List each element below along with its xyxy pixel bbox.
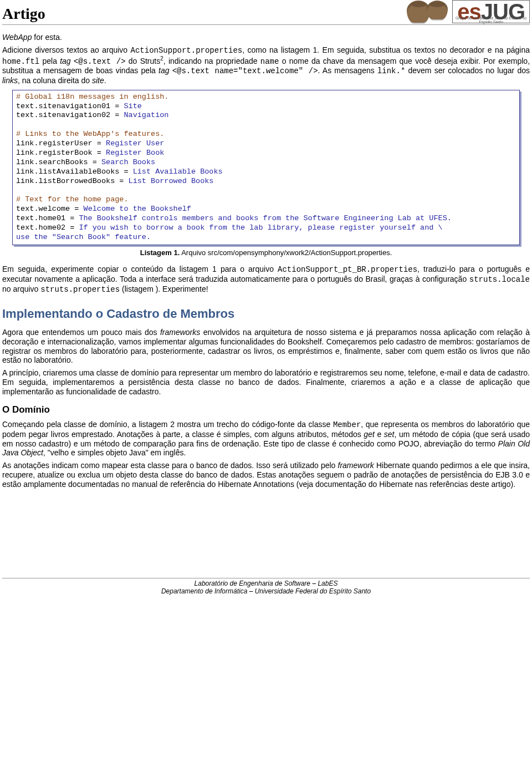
t: Agora que entendemos um pouco mais dos	[2, 328, 160, 337]
ital-framework: framework	[338, 461, 374, 470]
t: As anotações indicam como mapear esta cl…	[2, 461, 338, 470]
intro-fragment: WebApp for esta.	[2, 33, 530, 42]
code-val: Register Book	[106, 149, 164, 157]
after-listing-paragraph: Em seguida, experimente copiar o conteúd…	[2, 265, 530, 294]
t: , como na listagem 1. Em seguida, substi…	[242, 45, 530, 54]
ital-tag2: tag	[158, 66, 169, 75]
t: , na coluna direita do	[18, 76, 92, 85]
intro-foresta: for esta.	[32, 33, 62, 42]
code-key: text.welcome =	[16, 205, 84, 213]
code-comment: # Links to the WebApp's features.	[16, 130, 164, 138]
section1-p1: Agora que entendemos um pouco mais dos f…	[2, 328, 530, 365]
t: Adicione diversos textos ao arquivo	[2, 45, 131, 54]
intro-paragraph: Adicione diversos textos ao arquivo Acti…	[2, 45, 530, 85]
t: Em seguida, experimente copiar o conteúd…	[2, 265, 278, 273]
code-val: Welcome to the Bookshelf	[84, 205, 191, 213]
section2-p2: As anotações indicam como mapear esta cl…	[2, 461, 530, 489]
t: . As mensagens	[318, 66, 377, 75]
code-name: name	[260, 57, 279, 65]
caption-rest: Arquivo src/com/opensymphony/xwork2/Acti…	[180, 248, 392, 257]
code-key: text.home02 =	[16, 224, 79, 232]
ital-links: links	[2, 76, 18, 85]
page-header: Artigo esJUG Grupo de Usuários de Java d…	[2, 0, 530, 25]
code-actionsupport: ActionSupport.properties	[131, 46, 243, 55]
code-key: link.listBorrowedBooks =	[16, 177, 129, 185]
t: do Struts	[126, 56, 161, 65]
code-key: text.sitenavigation02 =	[16, 111, 124, 119]
pots-icon	[407, 1, 448, 23]
t: Começando pela classe de domínio, a list…	[2, 420, 333, 429]
code-linkstar: link.*	[377, 67, 405, 75]
code-strutsprops: struts.properties	[40, 285, 120, 294]
intro-webapp: WebApp	[2, 33, 32, 42]
footer-line2: Departamento de Informática – Universida…	[161, 587, 371, 595]
code-val: Register User	[106, 139, 164, 148]
code-key: text.sitenavigation01 =	[16, 102, 124, 110]
ital-get: get	[364, 430, 374, 439]
code-comment: # Global i18n messages in english.	[16, 93, 168, 101]
code-homeftl: home.ftl	[2, 57, 39, 65]
ital-set: set	[384, 430, 395, 439]
t: .	[104, 76, 106, 85]
ital-site: site	[92, 76, 104, 85]
t: e	[375, 430, 384, 439]
t: no arquivo	[2, 285, 40, 293]
code-stext: <@s.text />	[74, 57, 126, 65]
logo-subtitle: Grupo de Usuários de Java do Estado do E…	[455, 16, 527, 24]
code-comment: # Text for the home page.	[16, 195, 129, 204]
listing-1-codebox: # Global i18n messages in english. text.…	[12, 90, 520, 245]
t: pela	[39, 56, 60, 65]
section-implementando-title: Implementando o Cadastro de Membros	[2, 307, 530, 321]
header-title: Artigo	[2, 4, 45, 23]
code-val: List Borrowed Books	[129, 177, 214, 185]
page-footer: Laboratório de Engenharia de Software – …	[2, 578, 530, 596]
code-key: link.listAvailableBooks =	[16, 167, 133, 176]
code-val: use the "Search Book" feature.	[16, 233, 151, 241]
code-ptbr: ActionSupport_pt_BR.properties	[278, 265, 417, 274]
code-val: The Bookshelf controls members and books…	[79, 214, 451, 222]
ital-frameworks: frameworks	[160, 328, 200, 337]
caption-bold: Listagem 1.	[140, 248, 180, 257]
logo: esJUG Grupo de Usuários de Java do Estad…	[407, 0, 530, 23]
code-key: link.registerUser =	[16, 139, 106, 148]
section2-p1: Começando pela classe de domínio, a list…	[2, 420, 530, 458]
logo-text: esJUG Grupo de Usuários de Java do Estad…	[452, 0, 530, 23]
code-key: link.registerBook =	[16, 149, 106, 157]
code-val: List Available Books	[133, 167, 223, 176]
t: , indicando na propriedade	[163, 56, 260, 65]
code-key: link.searchBooks =	[16, 158, 101, 166]
code-stext-welcome: <@s.text name="text.welcome" />	[172, 67, 318, 75]
t: devem ser colocados no lugar dos	[405, 66, 530, 75]
t: , "velho e simples objeto Java" em inglê…	[43, 448, 186, 457]
code-val: If you wish to borrow a book from the la…	[79, 224, 442, 232]
code-key: text.home01 =	[16, 214, 79, 222]
t: (listagem ). Experimente!	[120, 285, 208, 293]
ital-tag: tag	[60, 56, 70, 65]
footer-line1: Laboratório de Engenharia de Software – …	[195, 580, 338, 587]
code-val: Site	[124, 102, 141, 110]
listing-1-caption: Listagem 1. Arquivo src/com/opensymphony…	[2, 248, 530, 257]
code-val: Navigation	[124, 111, 168, 119]
code-strutslocale: struts.locale	[469, 275, 530, 284]
code-member: Member	[333, 420, 361, 429]
section-dominio-title: O Domínio	[2, 404, 530, 415]
code-val: Search Books	[101, 158, 155, 166]
section1-p2: A princípio, criaremos uma classe de dom…	[2, 368, 530, 396]
